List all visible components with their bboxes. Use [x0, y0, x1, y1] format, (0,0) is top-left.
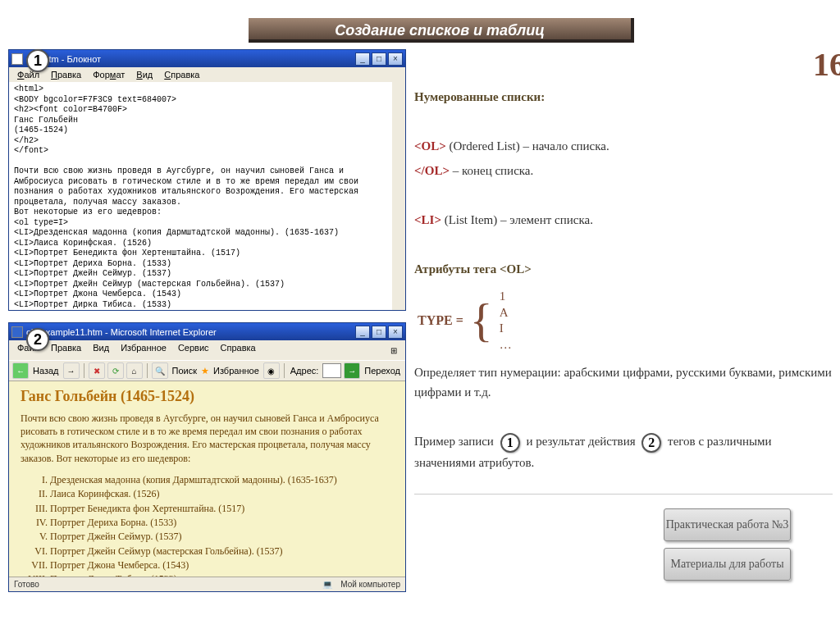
- windows-flag-icon: ⊞: [386, 342, 402, 358]
- tag-li-desc: (List Item) – элемент списка.: [441, 213, 593, 226]
- type-equation: TYPE = { 1 A I …: [418, 289, 833, 353]
- tag-li: <LI>: [414, 213, 441, 226]
- type-val-A: A: [500, 305, 512, 321]
- stop-button[interactable]: ✖: [89, 362, 105, 379]
- list-item: Портрет Джейн Сеймур. (1537): [50, 530, 394, 544]
- maximize-button[interactable]: □: [372, 326, 386, 339]
- list-item: Портрет Джона Чемберса. (1543): [50, 558, 394, 572]
- list-item: Портрет Дериха Борна. (1533): [50, 516, 394, 530]
- forward-button[interactable]: →: [63, 362, 80, 379]
- tag-ol-open-desc: (Ordered List) – начало списка.: [446, 139, 609, 153]
- go-label: Переход: [363, 366, 402, 376]
- type-val-1: 1: [500, 289, 512, 305]
- menu-format[interactable]: Формат: [88, 69, 130, 80]
- list-item: Портрет Джейн Сеймур (мастерская Гольбей…: [50, 545, 394, 558]
- attr-heading: Атрибуты тега <OL>: [414, 259, 833, 279]
- menu-edit[interactable]: Правка: [46, 69, 86, 80]
- tag-ol-open: <OL>: [414, 139, 446, 153]
- type-val-I: I: [500, 321, 512, 337]
- ie-icon: [11, 326, 23, 338]
- badge-2-browser: 2: [26, 328, 49, 351]
- ordered-list: Дрезденская мадонна (копия Дармштадтской…: [50, 473, 394, 577]
- ie-statusbar: Готово 💻 Мой компьютер: [9, 577, 405, 591]
- menu-view[interactable]: Вид: [131, 69, 158, 80]
- search-label: Поиск: [171, 366, 199, 376]
- button-practice[interactable]: Практическая работа №3: [664, 508, 791, 541]
- inline-text: и результат действия: [526, 435, 638, 448]
- menu-favorites[interactable]: Избранное: [116, 342, 171, 358]
- page-number: 16: [813, 45, 840, 84]
- section-heading: Нумерованные списки:: [414, 87, 833, 107]
- minimize-button[interactable]: _: [355, 326, 370, 339]
- menu-tools[interactable]: Сервис: [173, 342, 214, 358]
- page-heading: Ганс Гольбейн (1465-1524): [21, 388, 394, 405]
- inline-badge-2: 2: [641, 433, 661, 453]
- list-item: Дрезденская мадонна (копия Дармштадтской…: [50, 473, 394, 487]
- media-button[interactable]: ◉: [263, 362, 280, 379]
- menu-edit[interactable]: Правка: [46, 342, 86, 358]
- notepad-textarea[interactable]: <html> <BODY bgcolor=F7F3C9 text=684007>…: [9, 82, 405, 310]
- button-materials[interactable]: Материалы для работы: [664, 548, 791, 581]
- menu-help[interactable]: Справка: [159, 69, 204, 80]
- favorites-icon[interactable]: ★: [201, 366, 209, 376]
- address-bar[interactable]: [322, 363, 341, 378]
- para-example: Пример записи 1 и результат действия 2 т…: [414, 431, 833, 472]
- back-button[interactable]: ←: [12, 362, 29, 379]
- notepad-menubar: Файл Правка Формат Вид Справка: [9, 67, 405, 82]
- tag-ol-close-desc: – конец списка.: [450, 164, 533, 177]
- notepad-window: e11.htm - Блокнот _ □ × Файл Правка Форм…: [8, 49, 406, 311]
- maximize-button[interactable]: □: [372, 52, 386, 66]
- list-item: Портрет Бенедикта фон Хертенштайна. (151…: [50, 502, 394, 516]
- ie-menubar: Файл Правка Вид Избранное Сервис Справка…: [9, 340, 405, 360]
- ie-window: ole\example11.htm - Microsoft Internet E…: [8, 322, 406, 592]
- status-done: Готово: [14, 580, 39, 589]
- type-label: TYPE =: [418, 310, 463, 331]
- notepad-icon: [11, 53, 23, 65]
- refresh-button[interactable]: ⟳: [107, 362, 124, 379]
- menu-help[interactable]: Справка: [216, 342, 261, 358]
- badge-1-notepad: 1: [26, 49, 49, 72]
- ie-title: ole\example11.htm - Microsoft Internet E…: [26, 327, 217, 337]
- explanation-panel: Нумерованные списки: <OL> (Ordered List)…: [414, 82, 833, 495]
- home-button[interactable]: ⌂: [126, 362, 143, 379]
- ie-titlebar[interactable]: ole\example11.htm - Microsoft Internet E…: [9, 323, 405, 340]
- slide-title: Создание списков и таблиц: [249, 18, 634, 43]
- close-button[interactable]: ×: [388, 52, 403, 66]
- notepad-titlebar[interactable]: e11.htm - Блокнот _ □ ×: [9, 50, 405, 67]
- close-button[interactable]: ×: [388, 326, 403, 339]
- back-label: Назад: [31, 366, 61, 376]
- status-zone: Мой компьютер: [340, 580, 400, 589]
- tag-ol-close: </OL>: [414, 164, 450, 177]
- ie-viewport: Ганс Гольбейн (1465-1524) Почти всю свою…: [9, 381, 405, 577]
- page-description: Почти всю свою жизнь проведя в Аугсбурге…: [21, 412, 394, 465]
- para-type-desc: Определяет тип нумерации: арабскими цифр…: [414, 362, 833, 402]
- favorites-label: Избранное: [212, 366, 261, 376]
- ie-toolbar: ← Назад → ✖ ⟳ ⌂ 🔍 Поиск ★ Избранное ◉ Ад…: [9, 360, 405, 381]
- list-item: Лаиса Коринфская. (1526): [50, 487, 394, 501]
- minimize-button[interactable]: _: [355, 52, 370, 66]
- go-button[interactable]: →: [344, 362, 360, 379]
- inline-badge-1: 1: [500, 433, 520, 453]
- type-val-etc: …: [500, 337, 512, 353]
- search-icon[interactable]: 🔍: [152, 362, 168, 379]
- status-zone-icon: 💻: [322, 580, 332, 589]
- menu-view[interactable]: Вид: [88, 342, 114, 358]
- address-label: Адрес:: [289, 366, 321, 376]
- inline-text: Пример записи: [414, 435, 497, 448]
